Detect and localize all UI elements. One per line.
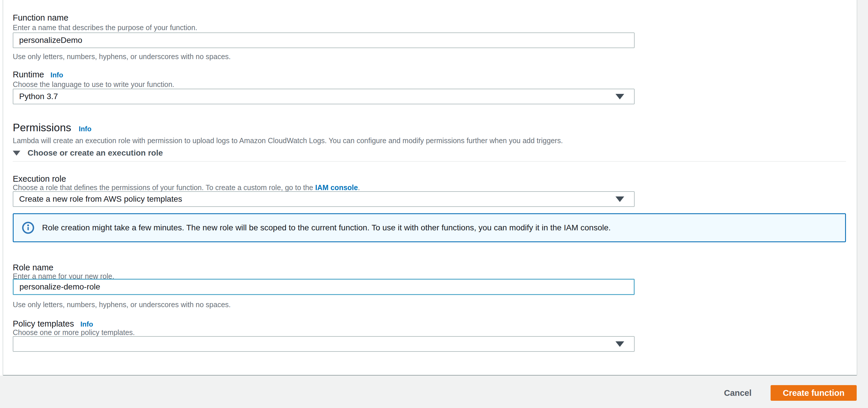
permissions-info-link[interactable]: Info [79,125,92,133]
chevron-down-icon [616,196,624,202]
function-name-input[interactable] [13,32,634,48]
chevron-down-icon [616,341,624,347]
triangle-down-icon [13,151,20,156]
execution-role-select[interactable]: Create a new role from AWS policy templa… [13,191,634,207]
function-name-label: Function name [13,13,68,23]
alert-text: Role creation might take a few minutes. … [42,223,611,232]
policy-templates-info-link[interactable]: Info [80,320,93,328]
role-name-label: Role name [13,262,53,272]
create-function-button[interactable]: Create function [771,385,857,401]
runtime-info-link[interactable]: Info [51,71,63,80]
runtime-select[interactable]: Python 3.7 [13,89,634,104]
info-icon [22,221,34,234]
section-divider [13,161,846,162]
policy-templates-description: Choose one or more policy templates. [13,328,135,337]
execution-role-expander-label: Choose or create an execution role [28,148,163,158]
policy-templates-select[interactable] [13,336,634,352]
runtime-description: Choose the language to use to write your… [13,80,174,89]
role-name-hint: Use only letters, numbers, hyphens, or u… [13,300,231,309]
runtime-selected-value: Python 3.7 [19,92,58,101]
runtime-label: Runtime [13,69,44,80]
iam-console-link[interactable]: IAM console [315,183,358,192]
execution-role-description-period: . [358,183,360,192]
execution-role-selected-value: Create a new role from AWS policy templa… [19,194,182,204]
role-creation-info-alert: Role creation might take a few minutes. … [13,213,846,242]
create-function-form-panel: Function name Enter a name that describe… [3,0,857,376]
function-name-hint: Use only letters, numbers, hyphens, or u… [13,52,231,61]
chevron-down-icon [616,94,624,99]
execution-role-description-text: Choose a role that defines the permissio… [13,183,315,192]
execution-role-description: Choose a role that defines the permissio… [13,183,360,192]
page-right-gutter [857,0,868,376]
policy-templates-label: Policy templates [13,319,74,328]
form-footer: Cancel Create function [0,376,868,408]
permissions-description: Lambda will create an execution role wit… [13,136,563,145]
role-name-input[interactable] [13,279,634,295]
execution-role-expander[interactable]: Choose or create an execution role [13,148,163,158]
execution-role-label: Execution role [13,174,66,184]
function-name-description: Enter a name that describes the purpose … [13,23,197,32]
permissions-heading: Permissions [13,121,71,134]
cancel-button[interactable]: Cancel [721,388,754,398]
